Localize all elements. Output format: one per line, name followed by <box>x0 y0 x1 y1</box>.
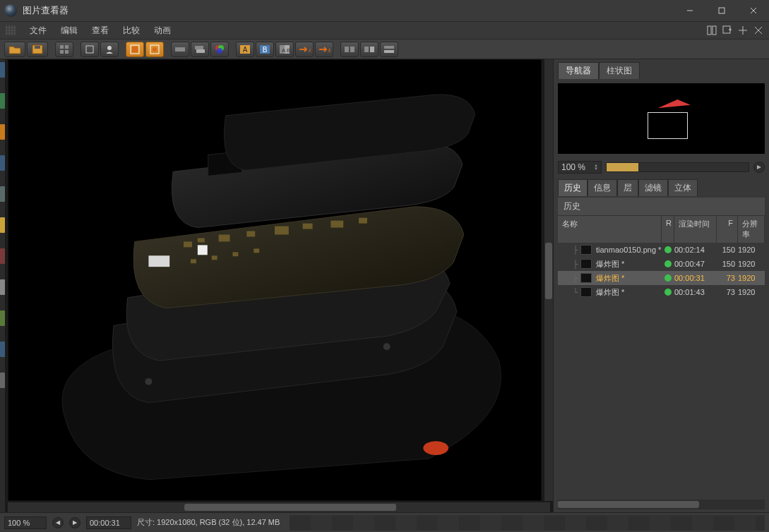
svg-rect-62 <box>232 252 238 256</box>
svg-rect-35 <box>280 45 285 54</box>
history-row[interactable]: ├tianmao0150.png *00:02:141501920 <box>558 243 765 257</box>
app-icon <box>4 4 17 17</box>
save-button[interactable] <box>27 42 48 57</box>
svg-rect-31 <box>240 45 250 54</box>
svg-rect-4 <box>708 26 711 35</box>
layout-icon[interactable] <box>705 24 718 37</box>
row-name: 爆炸图 * <box>595 287 664 298</box>
menu-view[interactable]: 查看 <box>85 22 116 40</box>
label-b-icon[interactable]: B <box>256 42 274 57</box>
open-button[interactable] <box>4 42 25 57</box>
move-icon[interactable] <box>737 24 749 37</box>
row-res: 1920 <box>738 260 765 268</box>
col-res[interactable]: 分辨率 <box>738 216 765 243</box>
tab-histogram[interactable]: 柱状图 <box>599 62 640 79</box>
zoom-input[interactable]: 100 % ▲▼ <box>558 161 602 174</box>
history-row[interactable]: ├爆炸图 *00:00:471501920 <box>558 257 765 271</box>
status-time[interactable]: 00:00:31 <box>86 516 131 529</box>
play-button[interactable]: ▶ <box>69 517 81 528</box>
channel-rgb-icon[interactable] <box>126 42 144 57</box>
row-name: 爆炸图 * <box>595 259 664 270</box>
crop-icon[interactable] <box>81 42 99 57</box>
tab-navigator[interactable]: 导航器 <box>558 62 599 79</box>
status-zoom[interactable]: 100 % <box>4 516 47 529</box>
viewport[interactable] <box>8 59 542 501</box>
history-title: 历史 <box>558 198 765 215</box>
history-row[interactable]: └爆炸图 *00:01:43731920 <box>558 285 765 299</box>
menu-compare[interactable]: 比较 <box>116 22 147 40</box>
row-res: 1920 <box>738 246 765 254</box>
svg-rect-46 <box>384 50 394 53</box>
svg-text:A: A <box>282 47 286 54</box>
compare-ab-icon[interactable]: AB <box>275 42 294 57</box>
history-row[interactable]: ├爆炸图 *00:00:31731920 <box>558 271 765 285</box>
minimize-button[interactable] <box>674 0 705 21</box>
stepper-icon[interactable]: ▲▼ <box>594 164 598 171</box>
grip-icon <box>6 25 16 35</box>
svg-rect-59 <box>359 218 367 224</box>
svg-rect-23 <box>150 45 159 54</box>
history-hscroll[interactable] <box>558 500 765 509</box>
svg-rect-53 <box>198 238 205 242</box>
new-panel-icon[interactable] <box>721 24 734 37</box>
render-image <box>8 60 541 500</box>
swap-a-icon[interactable]: A <box>295 42 314 57</box>
col-r[interactable]: R <box>662 216 674 243</box>
channel-alpha-icon[interactable] <box>145 42 164 57</box>
swap-b-icon[interactable]: B <box>315 42 333 57</box>
svg-text:A: A <box>243 46 248 54</box>
tab-info[interactable]: 信息 <box>588 179 617 196</box>
tab-history[interactable]: 历史 <box>558 179 588 196</box>
history-body: ├tianmao0150.png *00:02:141501920├爆炸图 *0… <box>558 243 765 498</box>
svg-rect-45 <box>384 46 394 49</box>
svg-rect-60 <box>191 259 196 263</box>
svg-rect-1 <box>719 8 725 13</box>
prev-button[interactable]: ◀ <box>52 517 64 528</box>
svg-text:B: B <box>263 46 268 54</box>
viewport-vscroll[interactable] <box>544 59 553 501</box>
svg-rect-56 <box>275 226 289 235</box>
svg-rect-26 <box>195 46 203 49</box>
navigator-preview[interactable] <box>558 83 765 154</box>
menu-anim[interactable]: 动画 <box>147 22 178 40</box>
col-time[interactable]: 渲染时间 <box>674 216 717 243</box>
zoom-value: 100 % <box>561 162 585 172</box>
rgb-circles-icon[interactable] <box>210 42 229 57</box>
svg-rect-27 <box>196 49 205 53</box>
tab-layer[interactable]: 层 <box>617 179 638 196</box>
label-a-icon[interactable]: A <box>236 42 254 57</box>
col-name[interactable]: 名称 <box>558 216 662 243</box>
svg-point-48 <box>145 378 152 385</box>
stereo-2-icon[interactable] <box>360 42 378 57</box>
svg-point-47 <box>423 441 448 455</box>
svg-point-49 <box>383 343 391 350</box>
person-icon[interactable] <box>100 42 119 57</box>
menubar: 文件 编辑 查看 比较 动画 <box>0 21 769 40</box>
single-layer-icon[interactable] <box>171 42 189 57</box>
stereo-3-icon[interactable] <box>380 42 398 57</box>
row-thumb-icon <box>580 273 592 283</box>
stereo-1-icon[interactable] <box>340 42 359 57</box>
grid-icon[interactable] <box>55 42 73 57</box>
multi-layer-icon[interactable] <box>191 42 209 57</box>
viewport-hscroll[interactable] <box>8 502 550 512</box>
close-button[interactable] <box>737 0 769 21</box>
svg-rect-61 <box>212 255 217 260</box>
svg-point-30 <box>217 48 222 54</box>
tab-filter[interactable]: 滤镜 <box>638 179 668 196</box>
menu-file[interactable]: 文件 <box>23 22 54 40</box>
maximize-button[interactable] <box>705 0 737 21</box>
close-panel-icon[interactable] <box>752 24 765 37</box>
svg-rect-18 <box>65 50 68 54</box>
svg-rect-64 <box>148 255 169 267</box>
tab-stereo[interactable]: 立体 <box>668 179 698 196</box>
row-frames: 150 <box>717 246 738 254</box>
window-title: 图片查看器 <box>23 4 68 17</box>
zoom-play-button[interactable] <box>753 162 765 173</box>
menu-edit[interactable]: 编辑 <box>54 22 85 40</box>
zoom-slider[interactable] <box>606 162 749 172</box>
col-f[interactable]: F <box>717 216 738 243</box>
svg-rect-5 <box>713 26 716 35</box>
statusbar: 100 % ◀ ▶ 00:00:31 尺寸: 1920x1080, RGB (3… <box>0 512 769 532</box>
left-strip <box>0 59 5 512</box>
